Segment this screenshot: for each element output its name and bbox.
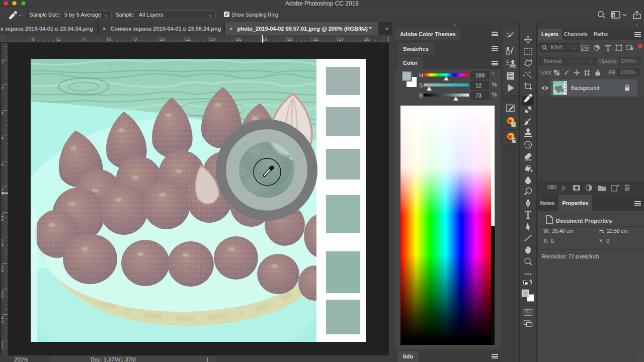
svg-text:fx: fx <box>561 185 566 192</box>
svg-text:E: E <box>512 138 516 143</box>
svg-text:M: M <box>512 122 516 128</box>
